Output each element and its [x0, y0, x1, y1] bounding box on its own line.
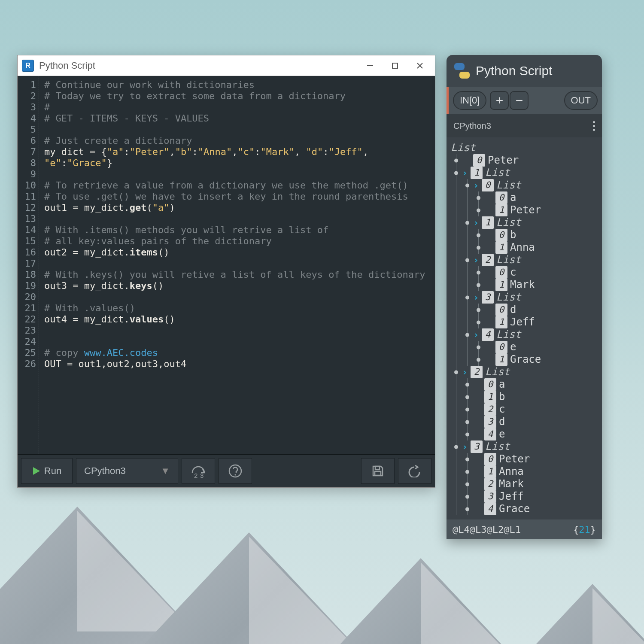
tree-leaf-node[interactable]: 1Anna [451, 465, 599, 478]
line-number: 10 [20, 180, 36, 191]
expand-caret-icon[interactable]: › [473, 291, 482, 304]
tree-leaf-node[interactable]: 4e [451, 428, 599, 440]
tree-leaf-node[interactable]: 0a [451, 191, 599, 204]
node-menu-icon[interactable] [593, 121, 595, 131]
code-line[interactable]: # [44, 102, 430, 113]
code-line[interactable]: "e":"Grace"} [44, 158, 430, 169]
expand-caret-icon[interactable]: › [473, 254, 482, 266]
tree-label: List [485, 366, 510, 378]
code-line[interactable] [44, 124, 430, 135]
window-controls [358, 57, 432, 74]
code-line[interactable]: # GET - ITEMS - KEYS - VALUES [44, 113, 430, 124]
help-button[interactable] [219, 458, 252, 484]
code-line[interactable]: # To use .get() we have to insert a key … [44, 191, 430, 202]
editor-toolbar: Run CPython3 ▼ 2 3 [18, 454, 435, 487]
tree-leaf-node[interactable]: 0Peter [451, 453, 599, 465]
tree-leaf-node[interactable]: 1b [451, 391, 599, 403]
remove-input-button[interactable]: − [510, 91, 529, 110]
line-number: 3 [20, 102, 36, 113]
code-line[interactable]: # With .items() methods you will retrive… [44, 225, 430, 236]
tree-leaf-node[interactable]: 1Anna [451, 241, 599, 254]
code-line[interactable]: # Just create a dictionary [44, 135, 430, 146]
index-badge: 1 [471, 167, 483, 179]
minimize-button[interactable] [358, 57, 383, 74]
save-button[interactable] [361, 458, 395, 484]
tree-list-node[interactable]: ›2List [451, 254, 599, 266]
code-line[interactable]: # Today we try to extract some data from… [44, 91, 430, 102]
tree-leaf-node[interactable]: 4Grace [451, 503, 599, 515]
tree-list-node[interactable]: ›3List [451, 291, 599, 304]
code-line[interactable]: out4 = my_dict.values() [44, 314, 430, 325]
code-line[interactable] [44, 258, 430, 269]
tree-leaf-node[interactable]: 1Jeff [451, 316, 599, 328]
expand-caret-icon[interactable]: › [473, 216, 482, 229]
tree-leaf-node[interactable]: 0e [451, 341, 599, 353]
expand-caret-icon[interactable]: › [462, 440, 471, 453]
node-header[interactable]: Python Script [447, 55, 602, 87]
tree-list-node[interactable]: ›3List [451, 440, 599, 453]
tree-list-node[interactable]: ›1List [451, 167, 599, 179]
maximize-button[interactable] [383, 57, 407, 74]
expand-caret-icon[interactable]: › [473, 179, 482, 191]
tree-leaf-node[interactable]: 3Jeff [451, 490, 599, 503]
index-badge: 2 [471, 366, 483, 378]
tree-leaf-node[interactable]: 0b [451, 229, 599, 241]
line-gutter: 1234567891011121314151617181920212223242… [18, 76, 39, 454]
tree-list-node[interactable]: ›0List [451, 179, 599, 191]
engine-dropdown[interactable]: CPython3 ▼ [76, 458, 178, 484]
in-port[interactable]: IN[0] [453, 91, 486, 110]
code-line[interactable]: out2 = my_dict.items() [44, 247, 430, 258]
tree-label: List [496, 216, 521, 229]
code-line[interactable]: # Continue our work with dictionaries [44, 79, 430, 91]
node-status-bar: CPython3 [447, 114, 602, 137]
tree-label: List [451, 142, 476, 154]
code-line[interactable]: out3 = my_dict.keys() [44, 280, 430, 292]
code-line[interactable]: OUT = out1,out2,out3,out4 [44, 358, 430, 370]
code-line[interactable] [44, 292, 430, 303]
tree-leaf-node[interactable]: 2c [451, 403, 599, 416]
code-line[interactable]: # With .values() [44, 303, 430, 314]
expand-caret-icon[interactable]: › [473, 328, 482, 341]
tree-leaf-node[interactable]: 1Grace [451, 353, 599, 366]
tree-label: Peter [499, 453, 530, 465]
tree-leaf-node[interactable]: 0a [451, 378, 599, 391]
code-line[interactable] [44, 325, 430, 336]
tree-list-node[interactable]: ›4List [451, 328, 599, 341]
line-number: 21 [20, 303, 36, 314]
tree-leaf-node[interactable]: 3d [451, 416, 599, 428]
code-line[interactable]: # With .keys() you will retive a list of… [44, 269, 430, 280]
code-line[interactable] [44, 213, 430, 225]
code-line[interactable]: # To retrieve a value from a dictionary … [44, 180, 430, 191]
titlebar[interactable]: R Python Script [18, 55, 435, 76]
chevron-down-icon: ▼ [161, 465, 170, 477]
tree-leaf-node[interactable]: 0Peter [451, 154, 599, 167]
tree-list-node[interactable]: ›1List [451, 216, 599, 229]
close-button[interactable] [407, 57, 432, 74]
code-line[interactable]: # copy www.AEC.codes [44, 347, 430, 358]
code-area[interactable]: # Continue our work with dictionaries# T… [39, 76, 435, 454]
tree-label: c [510, 266, 516, 279]
tree-list-node[interactable]: ›2List [451, 366, 599, 378]
run-button[interactable]: Run [21, 458, 73, 484]
line-number: 17 [20, 258, 36, 269]
expand-caret-icon[interactable]: › [462, 366, 471, 378]
code-line[interactable]: out1 = my_dict.get("a") [44, 202, 430, 213]
convert-button[interactable]: 2 3 [182, 458, 215, 484]
tree-leaf-node[interactable]: 1Mark [451, 279, 599, 291]
tree-leaf-node[interactable]: 0d [451, 304, 599, 316]
output-tree[interactable]: List0Peter›1List›0List0a1Peter›1List0b1A… [447, 137, 602, 519]
expand-caret-icon[interactable]: › [462, 167, 471, 179]
line-number: 15 [20, 236, 36, 247]
out-port[interactable]: OUT [564, 91, 598, 110]
code-line[interactable] [44, 169, 430, 180]
tree-leaf-node[interactable]: 0c [451, 266, 599, 279]
revert-button[interactable] [398, 458, 431, 484]
code-line[interactable]: my_dict = {"a":"Peter","b":"Anna","c":"M… [44, 146, 430, 158]
window-title: Python Script [39, 60, 95, 71]
tree-leaf-node[interactable]: 2Mark [451, 478, 599, 490]
tree-leaf-node[interactable]: 1Peter [451, 204, 599, 216]
code-line[interactable] [44, 336, 430, 347]
code-line[interactable]: # all key:values pairs of the dictionary [44, 236, 430, 247]
tree-list-node[interactable]: List [451, 142, 599, 154]
add-input-button[interactable]: + [490, 91, 509, 110]
